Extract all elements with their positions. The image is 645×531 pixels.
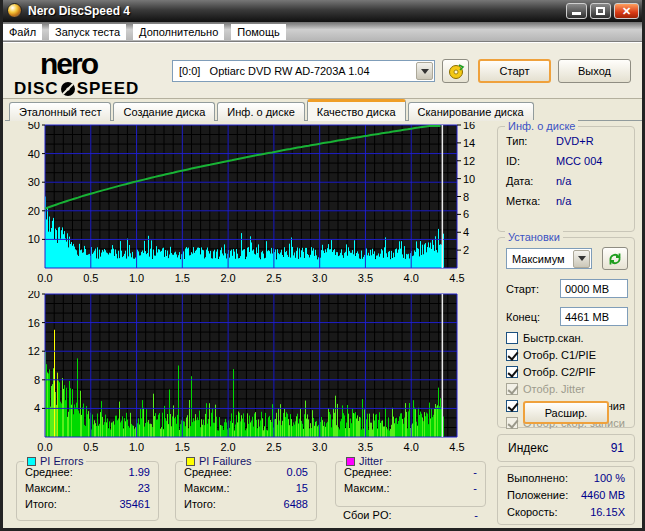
titlebar: Nero DiscSpeed 4 ✕ bbox=[0, 0, 645, 22]
y-right-tick: 14 bbox=[463, 137, 475, 149]
tab-disc-info[interactable]: Инф. о диске bbox=[217, 102, 304, 121]
pi-failures-stats-group: PI Failures Среднее:0.05 Максим.:15 Итог… bbox=[175, 461, 317, 521]
y-right-tick: 10 bbox=[463, 173, 475, 185]
disc-icon bbox=[60, 81, 76, 97]
checkbox-quick-scan[interactable]: Быстр.скан. bbox=[506, 331, 584, 345]
x-tick: 0.0 bbox=[37, 441, 52, 453]
chevron-down-icon[interactable] bbox=[416, 62, 433, 80]
index-value: 91 bbox=[611, 441, 624, 455]
y-left-tick: 12 bbox=[28, 345, 40, 357]
x-tick: 1.5 bbox=[175, 272, 190, 284]
tabstrip: Эталонный тест Создание диска Инф. о дис… bbox=[9, 101, 536, 121]
checkbox-show-c2-pif[interactable]: Отобр. C2/PIF bbox=[506, 365, 595, 379]
jitter-stats-group: Jitter Среднее:- Максим.:- bbox=[335, 461, 486, 507]
disc-info-group: Инф. о диске Тип: DVD+R ID: MCC 004 Дата… bbox=[497, 126, 635, 232]
tab-benchmark[interactable]: Эталонный тест bbox=[9, 102, 111, 121]
y-left-tick: 10 bbox=[28, 233, 40, 245]
end-input[interactable] bbox=[560, 307, 628, 326]
checkbox-box[interactable] bbox=[506, 383, 518, 395]
exit-button[interactable]: Выход bbox=[558, 59, 631, 83]
y-left-tick: 50 bbox=[28, 122, 40, 131]
plot-background bbox=[45, 294, 457, 437]
drive-select[interactable]: [0:0] Optiarc DVD RW AD-7203A 1.04 bbox=[172, 60, 435, 82]
maximize-icon bbox=[596, 7, 605, 15]
y-left-tick: 40 bbox=[28, 148, 40, 160]
y-right-tick: 6 bbox=[463, 208, 469, 220]
x-tick: 2.5 bbox=[266, 272, 281, 284]
x-tick: 0.0 bbox=[37, 272, 52, 284]
checkbox-box[interactable] bbox=[506, 349, 518, 361]
logo-speed: SPEED bbox=[77, 80, 140, 97]
tab-scan-disc[interactable]: Сканирование диска bbox=[408, 102, 534, 121]
index-label: Индекс bbox=[508, 441, 548, 455]
progress-group: Выполнено: 100 % Положение: 4460 MB Скор… bbox=[497, 466, 635, 525]
pi-errors-stats-group: PI Errors Среднее:1.99 Максим.:23 Итого:… bbox=[16, 461, 159, 521]
checkbox-box[interactable] bbox=[506, 366, 518, 378]
refresh-button[interactable] bbox=[602, 247, 628, 270]
x-tick: 2.5 bbox=[266, 441, 281, 453]
disc-tray-icon bbox=[447, 62, 465, 80]
x-tick: 4.5 bbox=[449, 272, 464, 284]
checkbox-box[interactable] bbox=[506, 400, 518, 412]
y-right-tick: 16 bbox=[463, 122, 475, 131]
drive-tool-button[interactable] bbox=[442, 59, 469, 83]
end-label: Конец: bbox=[506, 311, 540, 323]
tab-disc-quality[interactable]: Качество диска bbox=[307, 99, 406, 121]
pi-failures-legend-swatch bbox=[186, 457, 195, 466]
logo-disc: DISC bbox=[14, 80, 59, 97]
disc-date-row: Дата: n/a bbox=[498, 175, 634, 187]
speed-row: Скорость: 16.15X bbox=[498, 506, 634, 518]
menu-file[interactable]: Файл bbox=[3, 24, 42, 40]
minimize-button[interactable] bbox=[566, 3, 587, 19]
drive-select-value: [0:0] Optiarc DVD RW AD-7203A 1.04 bbox=[173, 65, 415, 77]
speed-select[interactable]: Максимум bbox=[506, 248, 592, 269]
menu-extra[interactable]: Дополнительно bbox=[133, 24, 224, 40]
app-window: Nero DiscSpeed 4 ✕ Файл Запуск теста Доп… bbox=[0, 0, 645, 531]
nero-discspeed-logo: nero DISC SPEED bbox=[14, 49, 139, 97]
checkbox-box[interactable] bbox=[506, 417, 518, 429]
start-input[interactable] bbox=[560, 279, 628, 298]
logo-nero: nero bbox=[40, 49, 139, 79]
disc-info-title: Инф. о диске bbox=[505, 120, 578, 132]
pi-failures-chart: 481216200.00.51.01.52.02.53.03.54.04.5 bbox=[4, 291, 494, 457]
x-tick: 2.0 bbox=[220, 441, 235, 453]
pi-errors-chart: 10203040502468101214160.00.51.01.52.02.5… bbox=[4, 122, 494, 288]
menu-help[interactable]: Помощь bbox=[231, 24, 286, 40]
advanced-button[interactable]: Расшир. bbox=[523, 401, 609, 424]
y-right-tick: 2 bbox=[463, 244, 469, 256]
y-right-tick: 4 bbox=[463, 226, 469, 238]
disc-id-row: ID: MCC 004 bbox=[498, 155, 634, 167]
x-tick: 2.0 bbox=[220, 272, 235, 284]
refresh-icon bbox=[607, 251, 623, 267]
x-tick: 3.5 bbox=[358, 272, 373, 284]
x-tick: 1.5 bbox=[175, 441, 190, 453]
y-right-tick: 8 bbox=[463, 191, 469, 203]
close-button[interactable]: ✕ bbox=[614, 3, 639, 19]
chevron-down-icon[interactable] bbox=[573, 250, 590, 268]
close-icon: ✕ bbox=[615, 4, 638, 18]
y-left-tick: 16 bbox=[28, 317, 40, 329]
y-left-tick: 20 bbox=[28, 291, 40, 300]
start-button[interactable]: Старт bbox=[478, 59, 551, 83]
window-title: Nero DiscSpeed 4 bbox=[28, 4, 130, 18]
x-tick: 0.5 bbox=[83, 441, 98, 453]
maximize-button[interactable] bbox=[590, 3, 611, 19]
tab-create-disc[interactable]: Создание диска bbox=[113, 102, 215, 121]
pi-errors-title: PI Errors bbox=[40, 455, 83, 467]
checkbox-show-jitter[interactable]: Отобр. Jitter bbox=[506, 382, 585, 396]
x-tick: 4.5 bbox=[449, 441, 464, 453]
disc-type-row: Тип: DVD+R bbox=[498, 135, 634, 147]
toolbar: nero DISC SPEED [0:0] Optiarc DVD RW AD-… bbox=[0, 42, 645, 99]
x-tick: 1.0 bbox=[129, 441, 144, 453]
x-tick: 1.0 bbox=[129, 272, 144, 284]
x-tick: 4.0 bbox=[404, 272, 419, 284]
x-tick: 3.5 bbox=[358, 441, 373, 453]
x-tick: 4.0 bbox=[404, 441, 419, 453]
x-tick: 0.5 bbox=[83, 272, 98, 284]
checkbox-box[interactable] bbox=[506, 332, 518, 344]
y-left-tick: 8 bbox=[34, 374, 40, 386]
position-row: Положение: 4460 MB bbox=[498, 489, 634, 501]
menu-run-test[interactable]: Запуск теста bbox=[49, 24, 126, 40]
checkbox-show-c1-pie[interactable]: Отобр. C1/PIE bbox=[506, 348, 596, 362]
disc-label-row: Метка: n/a bbox=[498, 195, 634, 207]
